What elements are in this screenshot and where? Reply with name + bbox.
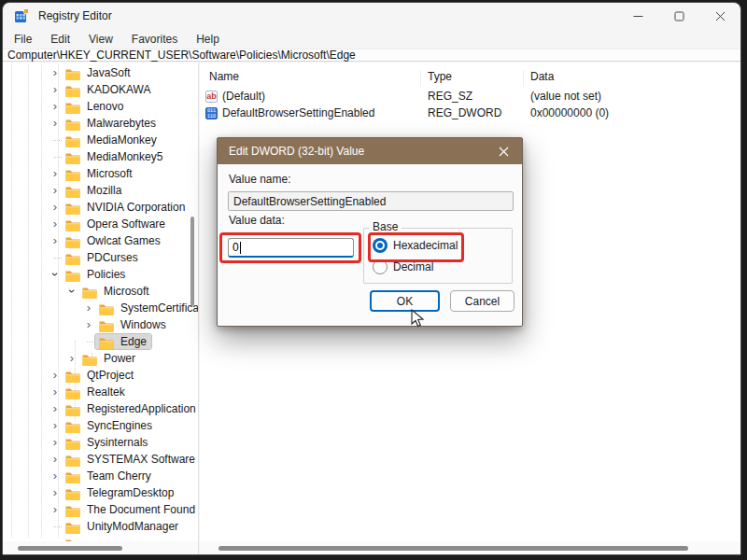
tree-item-microsoft[interactable]: ›Microsoft <box>3 165 199 182</box>
folder-icon <box>82 353 97 365</box>
tree-item-kadokawa[interactable]: ›KADOKAWA <box>3 81 199 98</box>
tree-item-nvidia-corporation[interactable]: ›NVIDIA Corporation <box>3 199 199 216</box>
chevron-right-icon[interactable]: › <box>49 167 62 180</box>
tree-item-owlcat-games[interactable]: ›Owlcat Games <box>3 232 199 249</box>
tree-item-mediamonkey[interactable]: MediaMonkey <box>3 132 199 148</box>
chevron-right-icon[interactable]: › <box>49 234 62 247</box>
folder-icon <box>99 336 114 348</box>
tree-item-microsoft[interactable]: ›Microsoft <box>3 283 199 300</box>
reg-dword-icon: 011110 <box>205 107 218 119</box>
close-icon <box>499 147 509 157</box>
dialog-title: Edit DWORD (32-bit) Value <box>229 145 364 158</box>
cancel-button[interactable]: Cancel <box>450 290 514 312</box>
menu-item-file[interactable]: File <box>7 31 39 48</box>
close-button[interactable] <box>699 3 740 29</box>
value-data: (value not set) <box>524 90 740 103</box>
menu-item-edit[interactable]: Edit <box>43 31 78 48</box>
folder-icon <box>65 420 80 432</box>
chevron-right-icon[interactable]: › <box>49 436 62 449</box>
chevron-right-icon[interactable]: › <box>82 301 95 315</box>
registry-editor-window: Registry Editor FileEditViewFavoritesHel… <box>2 2 741 555</box>
tree-item-label: JavaSoft <box>84 66 134 79</box>
list-horizontal-scrollbar-track <box>200 541 740 554</box>
chevron-down-icon[interactable]: › <box>49 268 62 281</box>
chevron-right-icon[interactable]: › <box>49 503 62 516</box>
tree-item-mozilla[interactable]: ›Mozilla <box>3 182 199 199</box>
menu-item-help[interactable]: Help <box>189 31 227 48</box>
chevron-right-icon[interactable]: › <box>49 66 62 79</box>
value-name: (Default) <box>222 90 265 103</box>
registry-editor-app-icon <box>14 8 29 23</box>
dialog-close-button[interactable] <box>485 138 522 164</box>
menu-item-view[interactable]: View <box>81 31 120 48</box>
chevron-right-icon[interactable]: › <box>49 83 62 96</box>
tree-item-team-cherry[interactable]: ›Team Cherry <box>3 468 199 484</box>
chevron-right-icon[interactable]: › <box>49 469 62 483</box>
chevron-right-icon[interactable]: › <box>49 385 62 399</box>
tree-item-policies[interactable]: ›Policies <box>3 266 199 283</box>
folder-icon <box>65 118 80 130</box>
chevron-right-icon[interactable]: › <box>82 318 95 331</box>
chevron-right-icon[interactable]: › <box>65 352 78 365</box>
tree-item-label: UnityModManager <box>84 520 181 533</box>
tree-item-unitymodmanager[interactable]: UnityModManager <box>3 518 199 535</box>
tree-item-systemax-software-i[interactable]: ›SYSTEMAX Software I <box>3 451 199 468</box>
tree-horizontal-scrollbar[interactable] <box>18 546 122 551</box>
tree-item-the-document-found[interactable]: ›The Document Found <box>3 501 199 518</box>
folder-icon <box>65 386 80 399</box>
tree-item-label: SYSTEMAX Software I <box>84 453 199 466</box>
list-horizontal-scrollbar[interactable] <box>218 546 688 551</box>
tree-item-windows[interactable]: ›Windows <box>3 316 199 333</box>
minimize-icon <box>633 11 643 21</box>
chevron-down-icon[interactable]: › <box>65 285 78 298</box>
tree-item-registeredapplication[interactable]: ›RegisteredApplication <box>3 400 199 417</box>
chevron-right-icon[interactable]: › <box>49 184 62 197</box>
chevron-right-icon[interactable]: › <box>49 369 62 382</box>
tree-item-syncengines[interactable]: ›SyncEngines <box>3 417 199 434</box>
chevron-right-icon[interactable]: › <box>49 419 62 432</box>
chevron-right-icon[interactable]: › <box>49 217 62 231</box>
minimize-button[interactable] <box>617 3 658 29</box>
tree-vertical-scrollbar[interactable] <box>190 217 194 306</box>
tree-item-telegramdesktop[interactable]: ›TelegramDesktop <box>3 484 199 501</box>
tree-item-label: SystemCertificat <box>118 301 199 315</box>
chevron-right-icon[interactable]: › <box>49 486 62 499</box>
folder-icon <box>65 134 80 147</box>
address-bar[interactable]: Computer\HKEY_CURRENT_USER\Software\Poli… <box>3 49 740 62</box>
tree-item-edge[interactable]: Edge <box>3 333 199 350</box>
tree-horizontal-scrollbar-track <box>3 541 199 554</box>
chevron-right-icon[interactable]: › <box>49 402 62 415</box>
annotation-box-hexadecimal <box>368 232 464 262</box>
tree-item-lenovo[interactable]: ›Lenovo <box>3 98 199 115</box>
tree-item-label: Realtek <box>84 385 128 399</box>
folder-icon <box>65 218 80 231</box>
column-header-data[interactable]: Data <box>524 70 740 87</box>
folder-icon <box>99 302 114 315</box>
folder-icon <box>65 370 80 382</box>
tree-item-sysinternals[interactable]: ›Sysinternals <box>3 434 199 451</box>
value-row-defaultbrowsersettingenabled[interactable]: 011110DefaultBrowserSettingEnabledREG_DW… <box>200 105 740 121</box>
tree-item-mediamonkey5[interactable]: MediaMonkey5 <box>3 148 199 165</box>
chevron-right-icon[interactable]: › <box>49 201 62 214</box>
tree-item-malwarebytes[interactable]: ›Malwarebytes <box>3 115 199 132</box>
folder-icon <box>65 252 80 264</box>
chevron-right-icon[interactable]: › <box>49 117 62 130</box>
tree-item-pdcurses[interactable]: PDCurses <box>3 249 199 266</box>
tree-item-javasoft[interactable]: ›JavaSoft <box>3 64 199 81</box>
column-header-name[interactable]: Name <box>200 70 421 87</box>
value-row--default-[interactable]: ab(Default)REG_SZ(value not set) <box>200 88 740 105</box>
titlebar: Registry Editor <box>3 3 740 29</box>
tree-item-systemcertificat[interactable]: ›SystemCertificat <box>3 300 199 316</box>
chevron-right-icon[interactable]: › <box>49 453 62 466</box>
menu-item-favorites[interactable]: Favorites <box>124 31 185 48</box>
tree-item-realtek[interactable]: ›Realtek <box>3 384 199 400</box>
ok-button[interactable]: OK <box>370 290 440 312</box>
tree-item-label: RegisteredApplication <box>84 402 199 415</box>
tree-item-power[interactable]: ›Power <box>3 350 199 367</box>
column-header-type[interactable]: Type <box>421 70 524 87</box>
maximize-button[interactable] <box>658 3 699 29</box>
tree-item-opera-software[interactable]: ›Opera Software <box>3 216 199 232</box>
folder-icon <box>65 101 80 113</box>
chevron-right-icon[interactable]: › <box>49 100 62 113</box>
tree-item-qtproject[interactable]: ›QtProject <box>3 367 199 384</box>
